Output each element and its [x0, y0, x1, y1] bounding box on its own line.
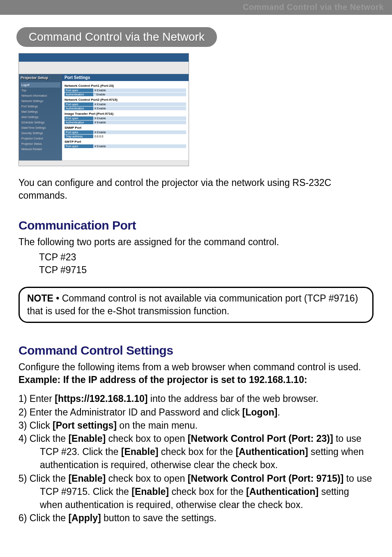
- step-bold: [Authentication]: [235, 446, 308, 457]
- step-bold: [Enable]: [121, 446, 159, 457]
- tcp-port-9715: TCP #9715: [39, 264, 374, 276]
- thumb-footer: [19, 160, 189, 166]
- step-bold: [Network Control Port (Port: 9715)]: [188, 473, 344, 484]
- thumb-cell-label: Port open: [65, 88, 93, 92]
- step-bold: [https://192.168.1.10]: [55, 393, 148, 404]
- tcp-port-23: TCP #23: [39, 251, 374, 264]
- thumb-sidebar-item: Projector Control: [21, 136, 60, 141]
- step-text: check box for the: [158, 446, 235, 457]
- header-bar-text: Command Control via the Network: [243, 2, 384, 12]
- thumb-sidebar-item: Schedule Settings: [21, 120, 60, 125]
- thumb-cell-label: Port open: [65, 130, 93, 134]
- thumb-section-label: Network Control Port2 (Port:9715): [65, 98, 186, 102]
- thumb-row: Authentication " Enable: [65, 93, 186, 96]
- note-box: NOTE • Command control is not available …: [18, 287, 374, 323]
- step-text: button to save the settings.: [101, 513, 217, 523]
- header-bar: Command Control via the Network: [0, 0, 392, 15]
- step-bold: [Logon]: [242, 407, 278, 418]
- step-bold: [Authentication]: [246, 486, 318, 497]
- thumb-sidebar-item: Network Restart: [21, 146, 60, 152]
- step-bold: [Enable]: [68, 433, 106, 444]
- step-6: 6) Click the [Apply] button to save the …: [18, 511, 374, 525]
- note-label: NOTE: [27, 293, 53, 304]
- thumb-sidebar: Projector Setup Logoff Top: Network Info…: [19, 74, 62, 160]
- step-text: 5) Click the: [18, 473, 68, 484]
- thumb-body: Projector Setup Logoff Top: Network Info…: [19, 74, 189, 160]
- step-text: 1) Enter: [18, 393, 55, 404]
- thumb-row: Trap address 0.0.0.0: [65, 135, 186, 138]
- thumb-row: Port open # Enable: [65, 130, 186, 134]
- section-heading-command-control-settings: Command Control Settings: [18, 343, 374, 357]
- thumb-sidebar-item: Security Settings: [21, 130, 60, 136]
- thumb-cell-label: Authentication: [65, 107, 93, 110]
- step-text: .: [277, 407, 280, 418]
- thumb-cell-value: 0.0.0.0: [93, 135, 186, 138]
- thumb-cell-label: Trap address: [65, 135, 93, 138]
- step-text: 4) Click the: [18, 433, 68, 444]
- thumb-main-header: Port Settings: [62, 74, 189, 81]
- thumb-sidebar-item: Alert Settings: [21, 114, 60, 120]
- thumb-row: Port open # Enable: [65, 88, 186, 92]
- step-text: into the address bar of the web browser.: [148, 393, 318, 404]
- thumb-cell-label: Port open: [65, 144, 93, 148]
- thumb-sidebar-title: Projector Setup: [21, 76, 60, 80]
- thumb-row: Port open # Enable: [65, 116, 186, 120]
- thumb-cell-value: # Enable: [93, 88, 186, 92]
- thumb-cell-value: # Enable: [93, 107, 186, 110]
- step-bold: [Network Control Port (Port: 23)]: [188, 433, 333, 444]
- thumb-cell-label: Authentication: [65, 121, 93, 124]
- pill-heading: Command Control via the Network: [16, 27, 217, 47]
- step-3: 3) Click [Port settings] on the main men…: [18, 419, 374, 432]
- comm-port-text: The following two ports are assigned for…: [18, 236, 374, 248]
- steps-list: 1) Enter [https://192.168.1.10] into the…: [18, 392, 374, 525]
- thumb-toolbar: [19, 62, 189, 74]
- thumb-sidebar-item: Top:: [21, 88, 60, 93]
- thumb-row: Authentication # Enable: [65, 121, 186, 124]
- thumb-sidebar-item: Mail Settings: [21, 109, 60, 114]
- note-text: • Command control is not available via c…: [27, 293, 358, 316]
- thumb-row: Port open # Enable: [65, 102, 186, 106]
- thumb-cell-value: " Enable: [93, 93, 186, 96]
- thumb-sidebar-item: Port Settings: [21, 104, 60, 109]
- thumb-cell-value: # Enable: [93, 144, 186, 148]
- step-1: 1) Enter [https://192.168.1.10] into the…: [18, 392, 374, 405]
- step-5: 5) Click the [Enable] check box to open …: [18, 472, 374, 512]
- thumb-titlebar: [19, 53, 189, 62]
- thumb-section: Network Control Port1 (Port:23) Port ope…: [62, 81, 189, 150]
- section-heading-communication-port: Communication Port: [18, 218, 374, 232]
- thumb-cell-label: Port open: [65, 102, 93, 106]
- settings-intro: Configure the following items from a web…: [18, 361, 374, 386]
- step-text: 2) Enter the Administrator ID and Passwo…: [18, 407, 242, 418]
- thumb-cell-value: # Enable: [93, 116, 186, 120]
- thumb-row: Authentication # Enable: [65, 107, 186, 110]
- thumb-section-label: SNMP Port: [65, 126, 186, 130]
- example-label: Example: If the IP address of the projec…: [18, 374, 307, 385]
- thumb-row: Port open # Enable: [65, 144, 186, 148]
- thumb-cell-value: # Enable: [93, 121, 186, 124]
- thumb-sidebar-item: Logoff: [21, 82, 60, 88]
- intro-paragraph: You can configure and control the projec…: [18, 176, 374, 202]
- step-text: check box to open: [106, 473, 187, 484]
- step-bold: [Enable]: [68, 473, 106, 484]
- step-bold: [Enable]: [131, 486, 169, 497]
- step-text: check box for the: [169, 486, 246, 497]
- thumb-section-label: SMTP Port: [65, 140, 186, 144]
- step-text: on the main menu.: [117, 420, 198, 431]
- thumb-section-label: Network Control Port1 (Port:23): [65, 84, 186, 88]
- thumb-cell-value: # Enable: [93, 130, 186, 134]
- thumb-cell-label: Port open: [65, 116, 93, 120]
- thumb-main: Port Settings Network Control Port1 (Por…: [62, 74, 189, 160]
- thumb-sidebar-item: Network Settings: [21, 98, 60, 104]
- step-text: 3) Click: [18, 420, 53, 431]
- step-text: 6) Click the: [18, 513, 68, 523]
- thumb-cell-value: # Enable: [93, 102, 186, 106]
- thumb-cell-label: Authentication: [65, 93, 93, 96]
- thumb-section-label: Image Transfer Port (Port:9716): [65, 112, 186, 116]
- settings-screenshot-thumb: Projector Setup Logoff Top: Network Info…: [18, 53, 189, 166]
- thumb-sidebar-item: Date/Time Settings: [21, 125, 60, 130]
- step-4: 4) Click the [Enable] check box to open …: [18, 432, 374, 472]
- step-bold: [Apply]: [68, 513, 101, 523]
- step-2: 2) Enter the Administrator ID and Passwo…: [18, 406, 374, 419]
- step-text: check box to open: [106, 433, 187, 444]
- settings-intro-text: Configure the following items from a web…: [18, 362, 361, 372]
